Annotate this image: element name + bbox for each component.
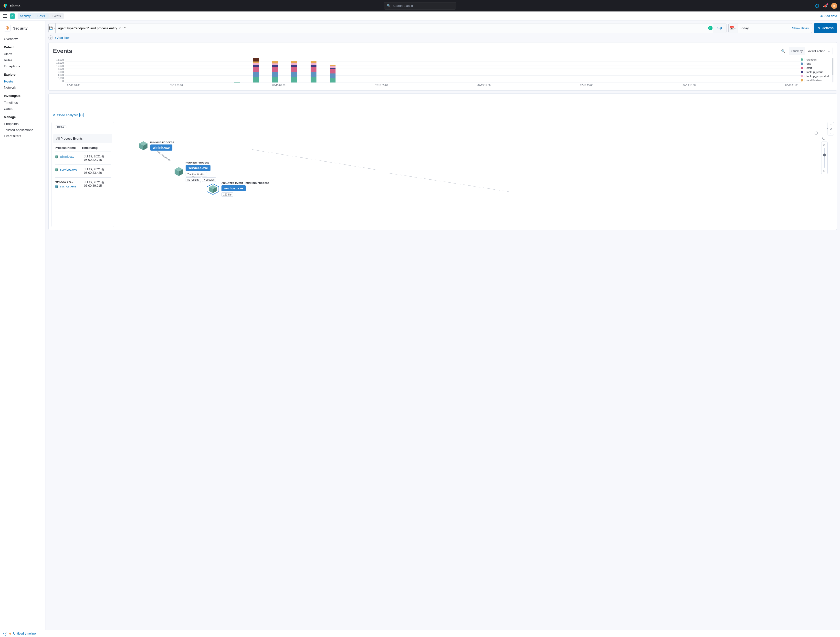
zoom-thumb[interactable] — [823, 153, 826, 156]
node-caption: RUNNING PROCESS — [186, 161, 216, 164]
legend-item[interactable]: lookup_requested — [801, 75, 832, 77]
breadcrumbs: Security Hosts Events — [17, 13, 64, 19]
sidebar-group-explore: Explore — [4, 73, 41, 76]
sidebar-item-network[interactable]: Network — [4, 84, 41, 91]
inspect-button[interactable]: 🔍 — [780, 47, 787, 54]
legend-item[interactable]: creation — [801, 58, 832, 61]
sidebar-item-timelines[interactable]: Timelines — [4, 99, 41, 106]
chart-plot[interactable]: 07-19 00:0007-19 03:0007-19 06:0007-19 0… — [65, 58, 801, 88]
date-value: Today — [737, 26, 789, 30]
elastic-logo[interactable]: elastic — [3, 3, 21, 8]
node-wininit[interactable]: RUNNING PROCESS wininit.exe — [139, 141, 174, 151]
date-picker[interactable]: 📅 ⌄ Today Show dates — [728, 23, 812, 33]
app-name: Security — [13, 26, 28, 30]
close-analyzer-label[interactable]: Close analyzer — [57, 113, 78, 117]
sidebar-group-investigate: Investigate — [4, 94, 41, 98]
sidebar-item-trusted-apps[interactable]: Trusted applications — [4, 127, 41, 133]
pan-up-icon[interactable]: ⌃ — [829, 123, 832, 126]
fit-view-icon[interactable] — [823, 137, 825, 140]
svg-line-13 — [390, 173, 508, 192]
pan-left-icon[interactable]: ‹ — [826, 127, 829, 130]
process-graph[interactable]: 710 milliseconds 5 seconds RUNNING PROCE… — [114, 119, 837, 230]
pan-down-icon[interactable]: ⌄ — [829, 131, 832, 134]
zoom-in-icon[interactable]: ⊕ — [823, 143, 826, 147]
process-row[interactable]: services.exeJul 19, 2021 @ 06:00:33.426 — [55, 165, 111, 178]
breadcrumb-security[interactable]: Security — [17, 13, 33, 19]
events-chart: 14,00012,00010,0008,0006,0004,0002,0000 … — [53, 58, 832, 88]
global-search-input[interactable]: 🔍 Search Elastic — [384, 2, 456, 9]
fullscreen-button[interactable]: ⛶ — [79, 113, 84, 117]
query-input[interactable]: G KQL — [56, 23, 726, 33]
add-data-icon: ⊕ — [820, 14, 823, 18]
sidebar-item-overview[interactable]: Overview — [4, 36, 41, 42]
pan-control[interactable]: ⌃ ‹ ⊕ › ⌄ — [827, 122, 834, 136]
kql-input[interactable] — [56, 26, 713, 30]
sidebar-item-endpoints[interactable]: Endpoints — [4, 121, 41, 127]
add-filter-link[interactable]: + Add filter — [55, 36, 70, 39]
process-row[interactable]: ANALYZED EVE…svchost.exeJul 19, 2021 @ 0… — [55, 178, 111, 191]
svg-point-11 — [4, 6, 5, 7]
graph-controls: ⓘ ⌃ ‹ ⊕ › ⌄ — [815, 122, 834, 174]
kql-badge[interactable]: KQL — [713, 24, 726, 33]
user-avatar[interactable]: n — [831, 3, 837, 9]
all-events-tab[interactable]: All Process Events — [53, 134, 112, 143]
globe-icon[interactable]: 🌐 — [815, 4, 819, 8]
legend-item[interactable]: end — [801, 62, 832, 65]
sidebar-item-rules[interactable]: Rules — [4, 57, 41, 63]
add-data-link[interactable]: ⊕ Add data — [820, 14, 837, 18]
legend-item[interactable]: lookup_result — [801, 71, 832, 74]
pill[interactable]: 7 authentication — [186, 172, 207, 177]
center-icon[interactable]: ⊕ — [829, 127, 832, 130]
node-name[interactable]: svchost.exe — [221, 185, 246, 191]
legend-scrollbar[interactable] — [832, 58, 834, 82]
add-data-label: Add data — [824, 14, 837, 18]
legend-item[interactable]: start — [801, 66, 832, 69]
events-title: Events — [53, 47, 72, 54]
show-dates-link[interactable]: Show dates — [789, 26, 812, 30]
sidebar-item-exceptions[interactable]: Exceptions — [4, 63, 41, 69]
x-axis: 07-19 00:0007-19 03:0007-19 06:0007-19 0… — [65, 83, 801, 88]
disk-icon: 💾 — [49, 26, 53, 30]
col-process-name: Process Name — [55, 146, 82, 150]
grammarly-icon: G — [708, 26, 712, 30]
sidebar-item-hosts[interactable]: Hosts — [4, 78, 41, 84]
process-list: BETA All Process Events Process Name Tim… — [52, 122, 114, 227]
process-row[interactable]: wininit.exeJul 19, 2021 @ 06:00:32.716 — [55, 152, 111, 165]
analyzed-outline — [206, 183, 219, 195]
info-icon[interactable]: ⓘ — [815, 131, 818, 136]
space-badge[interactable]: D — [10, 13, 15, 19]
node-name[interactable]: services.exe — [186, 165, 210, 171]
zoom-out-icon[interactable]: ⊖ — [823, 169, 826, 173]
beta-badge: BETA — [55, 125, 66, 129]
node-name[interactable]: wininit.exe — [150, 145, 172, 151]
zoom-track[interactable] — [824, 148, 825, 168]
close-analyzer-x[interactable]: ✕ — [53, 113, 55, 117]
sidebar-group-manage: Manage — [4, 115, 41, 119]
app-title: Security — [4, 25, 41, 32]
zoom-slider[interactable]: ⊕ ⊖ — [821, 142, 827, 174]
stack-by-value[interactable]: event.action — [805, 47, 832, 55]
refresh-button[interactable]: ↻ Refresh — [814, 23, 837, 33]
legend-item[interactable]: modification — [801, 79, 832, 82]
breadcrumb-events: Events — [48, 13, 64, 19]
calendar-icon[interactable]: 📅 ⌄ — [729, 24, 737, 33]
sidebar-item-cases[interactable]: Cases — [4, 106, 41, 112]
node-svchost[interactable]: ANALYZED EVENT · RUNNING PROCESS svchost… — [206, 181, 269, 197]
chart-legend: creationendstartlookup_resultlookup_requ… — [801, 58, 832, 88]
pill[interactable]: 89 registry — [186, 177, 201, 182]
elastic-logo-icon — [3, 3, 8, 8]
sidebar-item-event-filters[interactable]: Event filters — [4, 133, 41, 139]
topbar: elastic 🔍 Search Elastic 🌐 📣 n — [0, 0, 840, 11]
content: 💾 ⌄ G KQL 📅 ⌄ Today Show dates ↻ Refresh — [46, 21, 840, 630]
stack-by-select[interactable]: Stack by event.action — [789, 47, 832, 55]
pan-right-icon[interactable]: › — [832, 127, 836, 130]
nav-toggle-button[interactable] — [3, 14, 7, 18]
breadcrumb-hosts[interactable]: Hosts — [33, 13, 48, 19]
pill[interactable]: 7 session — [202, 177, 216, 182]
node-services[interactable]: RUNNING PROCESS services.exe 7 authentic… — [174, 161, 216, 182]
news-icon[interactable]: 📣 — [823, 4, 827, 8]
saved-query-button[interactable]: 💾 ⌄ — [48, 23, 56, 33]
filter-options-icon[interactable]: ⊜ — [48, 35, 53, 40]
pill[interactable]: 193 file — [221, 192, 233, 197]
sidebar-item-alerts[interactable]: Alerts — [4, 51, 41, 57]
